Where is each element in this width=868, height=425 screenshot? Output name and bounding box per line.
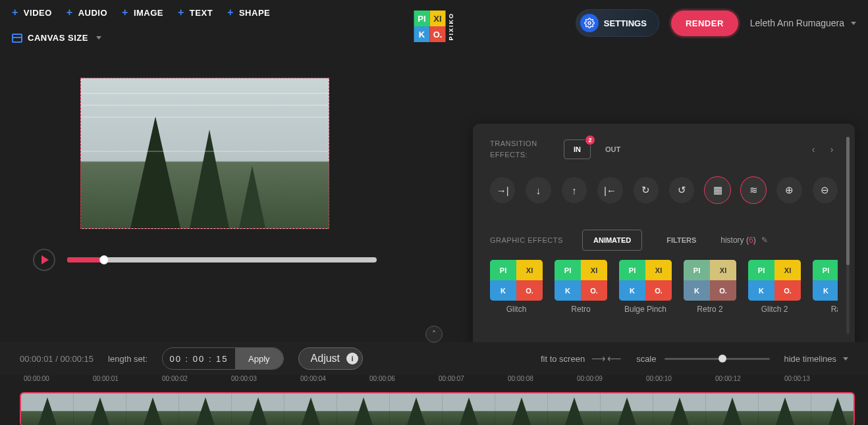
add-text-button[interactable]: +TEXT — [178, 7, 213, 18]
play-button[interactable] — [33, 249, 55, 271]
thumb-label: Glitch — [506, 305, 527, 314]
transition-icons-row: →| ↓ ↑ |← ↻ ↺ ▦ ≋ ⊕ ⊖ — [490, 177, 838, 203]
settings-button[interactable]: SETTINGS — [576, 9, 659, 37]
plus-icon: + — [67, 7, 73, 18]
label: CANVAS SIZE — [28, 33, 88, 43]
noise-icon[interactable]: ▦ — [705, 177, 730, 203]
slide-left-icon[interactable]: |← — [597, 177, 622, 203]
effect-rain[interactable]: PIXIKO.Rain — [813, 260, 838, 314]
zoom-in-icon[interactable]: ⊕ — [776, 177, 801, 203]
clip-frame — [390, 393, 443, 425]
canvas-column — [33, 51, 468, 314]
plus-icon: + — [122, 7, 128, 18]
transition-header: TRANSITION EFFECTS: IN 2 OUT ‹ › — [490, 138, 838, 160]
slider-knob[interactable] — [719, 355, 726, 362]
ruler-tick: 00:00:09 — [573, 375, 642, 389]
clip-frame — [337, 393, 390, 425]
length-input[interactable] — [163, 354, 235, 364]
transition-in-button[interactable]: IN 2 — [564, 139, 591, 159]
badge-count: 2 — [585, 135, 595, 145]
rotate-cw-icon[interactable]: ↻ — [634, 177, 659, 203]
zoom-out-icon[interactable]: ⊖ — [813, 177, 838, 203]
timeline-toolbar: 00:00:01 / 00:00:15 length set: Apply Ad… — [0, 342, 868, 375]
collapse-handle[interactable]: ˄ — [425, 326, 443, 343]
slide-right-icon[interactable]: →| — [490, 177, 515, 203]
next-button[interactable]: › — [826, 143, 838, 155]
ruler-tick: 00:00:04 — [296, 375, 366, 389]
glitch-line — [81, 93, 329, 94]
wave-icon[interactable]: ≋ — [741, 177, 766, 203]
effect-bulge-pinch[interactable]: PIXIKO.Bulge Pinch — [619, 260, 672, 314]
user-menu[interactable]: Leleth Ann Rumaguera — [750, 18, 856, 28]
panel-scrollbar-vertical[interactable] — [846, 137, 850, 334]
clip-frame — [759, 393, 811, 425]
add-audio-button[interactable]: +AUDIO — [67, 7, 107, 18]
label: TEXT — [190, 8, 213, 18]
player-controls — [33, 249, 468, 271]
clip-frame — [601, 393, 653, 425]
clip-frame — [126, 393, 179, 425]
user-name: Leleth Ann Rumaguera — [750, 18, 844, 28]
render-button[interactable]: RENDER — [671, 11, 738, 36]
add-image-button[interactable]: +IMAGE — [122, 7, 163, 18]
play-icon — [41, 255, 49, 264]
effect-glitch2[interactable]: PIXIKO.Glitch 2 — [748, 260, 801, 314]
add-video-button[interactable]: +VIDEO — [12, 7, 52, 18]
progress-bar[interactable] — [67, 257, 377, 262]
adjust-button[interactable]: Adjust i — [298, 347, 363, 370]
scrollbar-thumb[interactable] — [846, 137, 850, 265]
label: VIDEO — [24, 8, 52, 18]
hide-timelines-button[interactable]: hide timelines — [784, 354, 849, 364]
label: IMAGE — [134, 8, 163, 18]
preview-image — [190, 130, 229, 228]
insert-menu: +VIDEO +AUDIO +IMAGE +TEXT +SHAPE CANVAS… — [12, 7, 381, 43]
timeline: 00:00:00 00:00:01 00:00:02 00:00:03 00:0… — [20, 375, 855, 425]
slide-up-icon[interactable]: ↑ — [562, 177, 587, 203]
glitch-line — [81, 105, 329, 106]
scale-control: scale — [636, 354, 769, 364]
timeline-ruler[interactable]: 00:00:00 00:00:01 00:00:02 00:00:03 00:0… — [20, 375, 855, 389]
progress-fill — [67, 257, 104, 262]
effect-retro2[interactable]: PIXIKO.Retro 2 — [684, 260, 736, 314]
fit-to-screen-button[interactable]: fit to screen ⟶⟵ — [541, 353, 622, 364]
progress-knob[interactable] — [99, 255, 109, 264]
length-label: length set: — [108, 354, 148, 364]
glitch-line — [81, 116, 329, 118]
rotate-ccw-icon[interactable]: ↺ — [669, 177, 694, 203]
prev-button[interactable]: ‹ — [807, 143, 819, 155]
apply-button[interactable]: Apply — [235, 348, 283, 369]
clip-frame — [179, 393, 232, 425]
add-shape-button[interactable]: +SHAPE — [227, 7, 270, 18]
scale-slider[interactable] — [665, 358, 770, 360]
transition-out-button[interactable]: OUT — [605, 145, 620, 153]
canvas-preview[interactable] — [80, 78, 329, 229]
header-actions: SETTINGS RENDER Leleth Ann Rumaguera — [576, 7, 856, 39]
label: SETTINGS — [604, 18, 647, 28]
slide-down-icon[interactable]: ↓ — [526, 177, 551, 203]
ruler-tick: 00:00:06 — [366, 375, 435, 389]
canvas-size-button[interactable]: CANVAS SIZE — [12, 33, 381, 43]
ruler-tick: 00:00:00 — [20, 375, 89, 389]
tab-filters[interactable]: FILTERS — [655, 230, 707, 251]
ruler-tick: 00:00:12 — [711, 375, 780, 389]
ruler-tick: 00:00:10 — [642, 375, 711, 389]
history-link[interactable]: history (6) ✎ — [720, 236, 771, 245]
thumb-label: Glitch 2 — [761, 305, 788, 314]
effect-nav: ‹ › — [807, 143, 838, 155]
svg-point-0 — [588, 22, 591, 24]
effect-glitch[interactable]: PIXIKO.Glitch — [490, 260, 543, 314]
preview-image — [130, 116, 180, 228]
ruler-tick: 00:00:08 — [504, 375, 573, 389]
top-bar: +VIDEO +AUDIO +IMAGE +TEXT +SHAPE CANVAS… — [0, 0, 868, 51]
chevron-down-icon — [843, 357, 848, 361]
length-input-group: Apply — [162, 347, 284, 370]
app-logo: PIXIKO. PIXIKO — [414, 11, 454, 42]
label: IN — [574, 145, 581, 153]
tab-animated[interactable]: ANIMATED — [582, 230, 642, 251]
editor-area: TRANSITION EFFECTS: IN 2 OUT ‹ › →| ↓ ↑ … — [0, 51, 868, 314]
effect-retro[interactable]: PIXIKO.Retro — [555, 260, 607, 314]
clip-frame — [285, 393, 337, 425]
video-track[interactable] — [20, 392, 855, 425]
logo-icon: PIXIKO. — [414, 11, 446, 42]
clip-frame — [653, 393, 706, 425]
